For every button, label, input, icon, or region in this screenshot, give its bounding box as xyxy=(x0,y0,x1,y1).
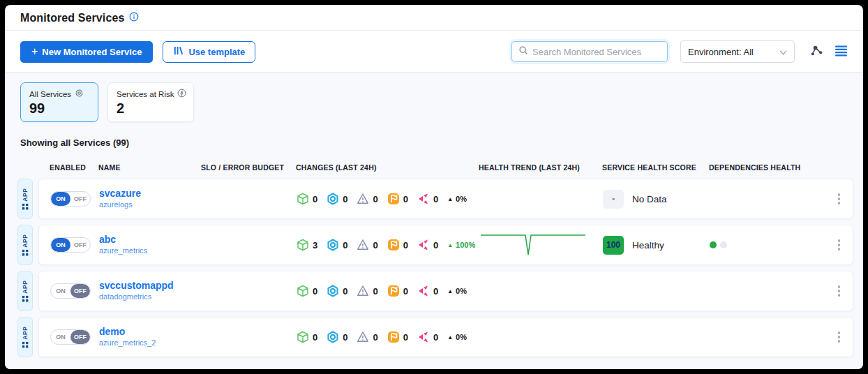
page-title: Monitored Services xyxy=(20,12,124,24)
deployments-icon xyxy=(297,193,309,205)
enabled-toggle[interactable]: ON OFF xyxy=(50,283,91,299)
rollouts-icon xyxy=(417,331,430,343)
app-type-tag[interactable]: APP xyxy=(17,271,33,311)
toggle-on-label: ON xyxy=(51,238,70,252)
row-menu-button[interactable] xyxy=(835,190,844,207)
monitored-services-page: Monitored Services + New Monitored Servi… xyxy=(5,5,863,369)
summary-cards: All Services 99 Services at Risk 2 xyxy=(5,82,863,122)
delta-up-icon: ▲ xyxy=(447,196,453,202)
alerts-icon xyxy=(357,331,369,343)
changes-cell: 0 0 0 0 0 ▲0% xyxy=(297,331,479,343)
col-name: NAME xyxy=(98,163,201,172)
table-row: APP ON OFF demo azure_metrics_2 0 0 0 0 xyxy=(17,317,853,357)
use-template-label: Use template xyxy=(188,47,245,57)
toggle-off-label: OFF xyxy=(70,284,90,298)
dependency-healthy-dot[interactable] xyxy=(710,241,717,248)
health-score-label: No Data xyxy=(632,194,667,204)
screen-frame: Monitored Services + New Monitored Servi… xyxy=(0,0,868,374)
rollouts-count: 0 xyxy=(433,240,438,250)
delta-up-icon: ▲ xyxy=(447,288,453,294)
rollouts-icon xyxy=(417,239,430,251)
table-row: APP ON OFF abc azure_metrics 3 0 0 0 xyxy=(17,225,853,265)
col-changes: CHANGES (LAST 24H) xyxy=(296,163,479,172)
feature-flags-count: 0 xyxy=(403,332,408,343)
services-at-risk-card[interactable]: Services at Risk 2 xyxy=(107,82,194,122)
services-at-risk-label: Services at Risk xyxy=(117,90,174,98)
row-menu-button[interactable] xyxy=(835,283,844,299)
all-services-count: 99 xyxy=(29,100,91,117)
apps-grid-icon xyxy=(22,204,29,210)
app-type-tag[interactable]: APP xyxy=(17,317,33,357)
feature-flag-icon xyxy=(387,193,400,205)
health-score-cell: 100 Healthy xyxy=(603,236,710,255)
toggle-on-label: ON xyxy=(51,192,70,206)
search-input[interactable] xyxy=(532,47,661,57)
rollouts-count: 0 xyxy=(433,194,438,204)
service-subtitle: azure_metrics xyxy=(99,246,202,256)
toggle-on-label: ON xyxy=(51,330,70,344)
alerts-count: 0 xyxy=(373,286,377,297)
alerts-icon xyxy=(357,285,369,297)
row-menu-button[interactable] xyxy=(835,237,844,253)
enabled-toggle[interactable]: ON OFF xyxy=(50,237,91,253)
service-name-link[interactable]: abc xyxy=(99,234,202,246)
service-name-link[interactable]: svccustomappd xyxy=(99,280,202,292)
col-slo: SLO / ERROR BUDGET xyxy=(201,163,296,172)
enabled-toggle[interactable]: ON OFF xyxy=(50,329,91,345)
deployments-count: 0 xyxy=(313,286,317,297)
alerts-count: 0 xyxy=(373,240,377,250)
feature-flags-count: 0 xyxy=(403,194,408,204)
service-name-link[interactable]: demo xyxy=(99,326,202,338)
rollouts-count: 0 xyxy=(433,286,438,297)
gear-icon xyxy=(75,89,84,99)
topology-view-icon[interactable] xyxy=(810,44,823,60)
service-subtitle: datadogmetrics xyxy=(99,292,202,302)
all-services-label: All Services xyxy=(29,90,71,98)
delta-up-icon: ▲ xyxy=(447,242,453,248)
delta-up-icon: ▲ xyxy=(447,334,453,341)
toggle-off-label: OFF xyxy=(70,192,90,206)
environment-filter-select[interactable]: Environment: All xyxy=(680,40,795,63)
new-monitored-service-button[interactable]: + New Monitored Service xyxy=(20,41,153,63)
row-menu-button[interactable] xyxy=(835,329,844,345)
dependency-unknown-dot[interactable] xyxy=(720,241,727,248)
feature-flag-icon xyxy=(387,331,400,343)
kubernetes-icon xyxy=(327,239,339,251)
alerts-icon xyxy=(357,193,369,205)
changes-cell: 0 0 0 0 0 ▲0% xyxy=(297,193,479,205)
changes-cell: 0 0 0 0 0 ▲0% xyxy=(297,285,479,297)
col-trend: HEALTH TREND (LAST 24H) xyxy=(479,163,602,172)
all-services-card[interactable]: All Services 99 xyxy=(20,82,98,122)
health-score-label: Healthy xyxy=(632,240,664,250)
plus-icon: + xyxy=(31,46,38,57)
app-type-tag[interactable]: APP xyxy=(17,225,33,265)
service-name-link[interactable]: svcazure xyxy=(99,188,202,200)
kubernetes-icon xyxy=(327,331,339,343)
use-template-button[interactable]: Use template xyxy=(163,41,255,63)
change-delta: ▲0% xyxy=(447,287,467,295)
service-subtitle: azurelogs xyxy=(99,200,202,210)
alerts-icon xyxy=(357,239,369,251)
change-delta: ▲0% xyxy=(447,195,467,203)
enabled-toggle[interactable]: ON OFF xyxy=(50,191,91,207)
table-header: ENABLED NAME SLO / ERROR BUDGET CHANGES … xyxy=(38,163,853,172)
alerts-count: 0 xyxy=(373,332,377,343)
rollouts-icon xyxy=(417,193,430,205)
kubernetes-count: 0 xyxy=(343,332,347,343)
app-tag-label: APP xyxy=(22,234,29,247)
lightning-circle-icon xyxy=(177,89,186,99)
list-view-icon[interactable] xyxy=(835,45,848,59)
rollouts-icon xyxy=(417,285,430,297)
toggle-off-label: OFF xyxy=(70,238,90,252)
col-score: SERVICE HEALTH SCORE xyxy=(602,163,709,172)
rollouts-count: 0 xyxy=(433,332,438,343)
apps-grid-icon xyxy=(22,342,29,348)
search-box xyxy=(511,41,668,62)
showing-summary: Showing all Services (99) xyxy=(5,122,863,148)
app-type-tag[interactable]: APP xyxy=(17,179,33,219)
alerts-count: 0 xyxy=(373,194,377,204)
dependencies-cell xyxy=(710,241,814,248)
deployments-icon xyxy=(297,285,309,297)
info-icon[interactable] xyxy=(129,12,139,24)
changes-cell: 3 0 0 0 0 ▲100% xyxy=(297,239,479,251)
